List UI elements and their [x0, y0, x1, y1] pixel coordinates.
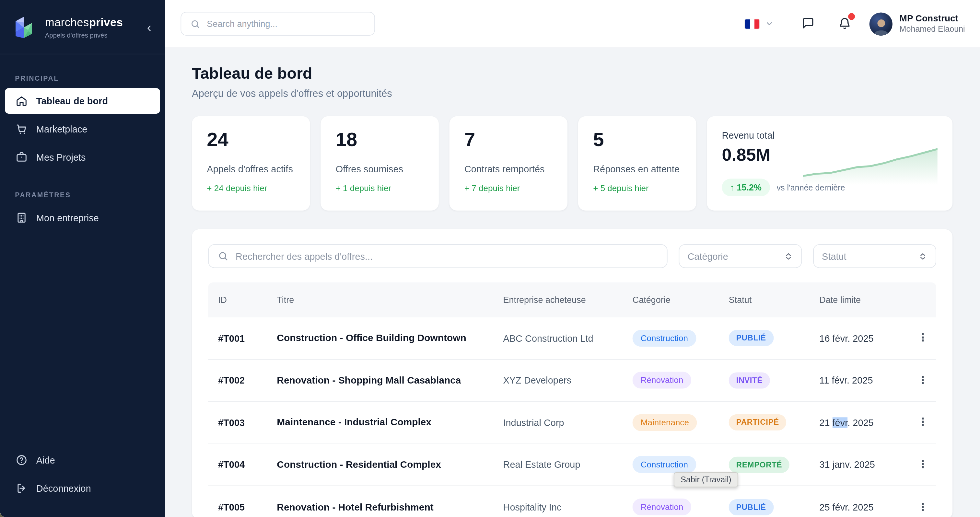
tender-id: #T005 [208, 502, 277, 512]
tender-title: Construction - Office Building Downtown [277, 332, 503, 344]
col-header-category: Catégorie [633, 295, 729, 305]
tender-buyer: XYZ Developers [503, 375, 632, 386]
table-row[interactable]: #T002 Renovation - Shopping Mall Casabla… [208, 360, 936, 402]
col-header-buyer: Entreprise acheteuse [503, 295, 632, 305]
status-filter-select[interactable]: Statut [813, 244, 936, 268]
col-header-deadline: Date limite [819, 295, 918, 305]
user-name: Mohamed Elaouni [900, 25, 965, 35]
status-badge: PARTICIPÉ [729, 414, 786, 430]
sidebar-item-label: Déconnexion [36, 483, 91, 494]
deadline: 31 janv. 2025 [819, 459, 918, 470]
sidebar-collapse-icon[interactable]: ‹ [143, 21, 155, 34]
tender-id: #T004 [208, 459, 277, 470]
logout-icon [15, 482, 27, 495]
tender-id: #T001 [208, 333, 277, 343]
avatar[interactable] [870, 12, 892, 35]
topbar-right: MP Construct Mohamed Elaouni [745, 12, 965, 35]
revenue-delta-badge: ↑ 15.2% [722, 179, 770, 196]
tenders-search-input[interactable] [235, 251, 658, 262]
tender-title: Renovation - Hotel Refurbishment [277, 501, 503, 513]
stat-delta: + 24 depuis hier [207, 184, 295, 193]
stat-value: 24 [207, 129, 295, 151]
category-badge: Rénovation [633, 498, 692, 515]
global-search-input[interactable] [207, 19, 366, 29]
col-header-id: ID [208, 295, 277, 305]
topbar: MP Construct Mohamed Elaouni [165, 0, 980, 48]
col-header-title: Titre [277, 295, 503, 305]
messages-button[interactable] [802, 17, 815, 30]
sidebar-item-label: Marketplace [36, 124, 88, 135]
tenders-panel: Catégorie Statut ID [192, 229, 953, 517]
tenders-table: ID Titre Entreprise acheteuse Catégorie … [208, 282, 936, 517]
row-actions-button[interactable]: ⋮ [918, 458, 928, 470]
table-row[interactable]: #T004 Construction - Residential Complex… [208, 444, 936, 486]
table-row[interactable]: #T005 Renovation - Hotel Refurbishment H… [208, 486, 936, 517]
tender-id: #T002 [208, 375, 277, 386]
category-badge: Maintenance [633, 414, 697, 431]
row-actions-button[interactable]: ⋮ [918, 374, 928, 386]
table-header: ID Titre Entreprise acheteuse Catégorie … [208, 282, 936, 317]
row-actions-button[interactable]: ⋮ [918, 332, 928, 344]
chat-bubble-icon [802, 17, 815, 30]
stat-delta: + 5 depuis hier [593, 184, 681, 193]
sidebar-footer: Aide Déconnexion [0, 447, 165, 517]
french-flag-icon [745, 19, 759, 29]
sidebar-item-label: Mes Projets [36, 152, 86, 163]
sidebar-item-dashboard[interactable]: Tableau de bord [5, 88, 160, 114]
filters-row: Catégorie Statut [208, 244, 936, 268]
category-badge: Construction [633, 330, 696, 347]
help-icon [15, 454, 27, 466]
user-meta[interactable]: MP Construct Mohamed Elaouni [900, 13, 965, 35]
tender-buyer: Industrial Corp [503, 417, 632, 428]
sidebar-item-marketplace[interactable]: Marketplace [5, 116, 160, 142]
briefcase-icon [15, 151, 27, 163]
stat-label: Offres soumises [336, 163, 424, 174]
category-badge: Construction [633, 456, 696, 473]
stat-card-pending-responses: 5 Réponses en attente + 5 depuis hier [578, 116, 696, 211]
select-chevrons-icon [784, 251, 793, 261]
col-header-status: Statut [729, 295, 819, 305]
app-tagline: Appels d'offres privés [45, 31, 143, 38]
sidebar-item-label: Mon entreprise [36, 213, 99, 223]
sidebar-item-label: Tableau de bord [36, 95, 108, 106]
revenue-card: Revenu total 0.85M ↑ 15.2% vs l'année de… [707, 116, 953, 211]
sidebar-item-logout[interactable]: Déconnexion [5, 476, 160, 501]
tender-title: Maintenance - Industrial Complex [277, 417, 503, 428]
page-title: Tableau de bord [192, 65, 953, 82]
app-window: marchesprives Appels d'offres privés ‹ P… [0, 0, 980, 517]
sidebar-item-label: Aide [36, 455, 55, 466]
deadline: 21 févr. 2025 [819, 417, 918, 428]
os-input-source-tooltip: Sabir (Travail) [674, 472, 738, 487]
selected-text: févr [832, 417, 848, 428]
category-filter-select[interactable]: Catégorie [679, 244, 802, 268]
logo [10, 14, 38, 41]
row-actions-button[interactable]: ⋮ [918, 416, 928, 428]
deadline: 25 févr. 2025 [819, 502, 918, 512]
cart-icon [15, 123, 27, 135]
nav-section-parametres: PARAMÈTRES [15, 191, 150, 198]
tender-buyer: Real Estate Group [503, 459, 632, 470]
select-chevrons-icon [918, 251, 928, 261]
row-actions-button[interactable]: ⋮ [918, 501, 928, 513]
sidebar-item-help[interactable]: Aide [5, 447, 160, 473]
revenue-label: Revenu total [722, 130, 937, 141]
stat-label: Contrats remportés [465, 163, 552, 174]
table-row[interactable]: #T001 Construction - Office Building Dow… [208, 317, 936, 360]
notifications-button[interactable] [838, 17, 852, 30]
tender-buyer: Hospitality Inc [503, 502, 632, 512]
sidebar-item-company[interactable]: Mon entreprise [5, 205, 160, 231]
logo-text: marchesprives Appels d'offres privés [45, 16, 143, 38]
category-filter-label: Catégorie [687, 251, 728, 262]
stat-value: 18 [336, 129, 424, 151]
search-icon [218, 251, 229, 262]
workspace-name: MP Construct [900, 13, 965, 24]
sidebar-item-projects[interactable]: Mes Projets [5, 144, 160, 170]
tenders-search[interactable] [208, 244, 667, 268]
stat-delta: + 1 depuis hier [336, 184, 424, 193]
global-search[interactable] [180, 12, 375, 36]
logo-row: marchesprives Appels d'offres privés ‹ [0, 0, 165, 54]
app-name: marchesprives [45, 16, 143, 29]
table-row[interactable]: #T003 Maintenance - Industrial Complex I… [208, 402, 936, 444]
stat-value: 7 [465, 129, 552, 151]
language-selector[interactable] [745, 19, 774, 29]
